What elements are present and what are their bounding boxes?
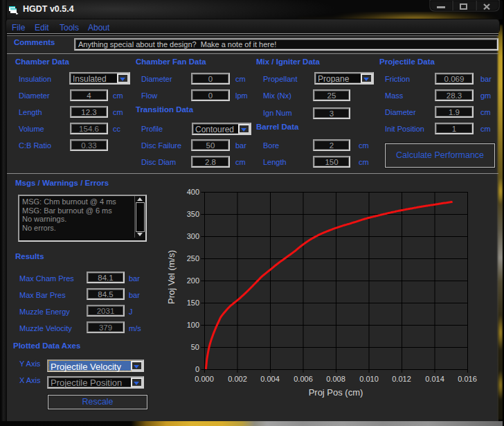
svg-text:400: 400 <box>187 188 199 196</box>
svg-text:200: 200 <box>187 276 199 285</box>
svg-text:100: 100 <box>187 321 199 329</box>
svg-text:Proj Pos (cm): Proj Pos (cm) <box>309 387 363 398</box>
svg-text:Proj Vel (m/s): Proj Vel (m/s) <box>166 250 177 304</box>
svg-text:0.008: 0.008 <box>326 375 345 383</box>
svg-text:0.012: 0.012 <box>392 375 411 383</box>
svg-text:0.002: 0.002 <box>228 375 247 383</box>
svg-text:0.014: 0.014 <box>425 375 444 383</box>
svg-text:250: 250 <box>187 254 199 263</box>
svg-text:0.000: 0.000 <box>195 375 214 383</box>
svg-text:300: 300 <box>187 232 199 240</box>
svg-text:0.004: 0.004 <box>260 375 280 383</box>
svg-text:0.006: 0.006 <box>294 375 313 383</box>
svg-text:50: 50 <box>191 343 199 351</box>
svg-text:350: 350 <box>187 210 199 218</box>
svg-text:0.010: 0.010 <box>359 375 379 383</box>
svg-text:150: 150 <box>187 299 199 307</box>
svg-text:0.016: 0.016 <box>458 375 477 383</box>
svg-text:0: 0 <box>195 365 199 373</box>
